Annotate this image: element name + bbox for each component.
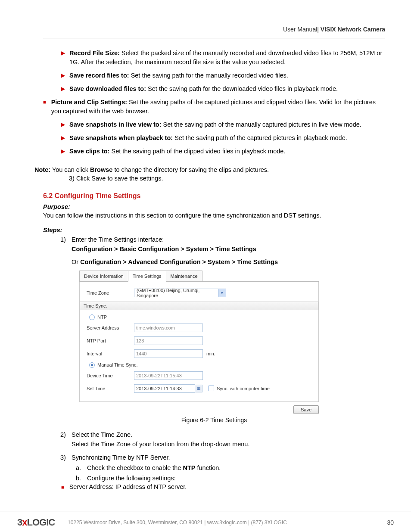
section-title: 6.2 Configuring Time Settings bbox=[43, 192, 385, 200]
server-address-label: Server Address bbox=[87, 325, 134, 330]
bullet-snapshots-liveview: ▶ Save snapshots in live view to: Set th… bbox=[61, 120, 385, 129]
config-path-1: Configuration > Basic Configuration > Sy… bbox=[72, 246, 256, 252]
steps-label: Steps: bbox=[43, 227, 385, 233]
triangle-icon: ▶ bbox=[61, 50, 65, 67]
set-time-input[interactable]: 2013-09-22T11:14:33 bbox=[134, 384, 195, 393]
ntp-port-input[interactable]: 123 bbox=[134, 336, 203, 345]
purpose-text: You can follow the instructions in this … bbox=[43, 211, 385, 220]
bullet-save-record-files: ▶ Save record files to: Set the saving p… bbox=[61, 71, 385, 80]
step-3a: a. Check the checkbox to enable the NTP … bbox=[76, 464, 385, 471]
device-time-label: Device Time bbox=[87, 373, 134, 378]
set-time-label: Set Time bbox=[87, 386, 134, 391]
bullet-record-file-size: ▶ Record File Size: Select the packed si… bbox=[61, 49, 385, 67]
figure-caption: Figure 6-2 Time Settings bbox=[43, 417, 385, 423]
config-path-2: Or Configuration > Advanced Configuratio… bbox=[72, 258, 385, 265]
step-3b: b. Configure the following settings: bbox=[76, 475, 385, 482]
header-right: VISIX Network Camera bbox=[321, 26, 385, 33]
step-2: 2) Select the Time Zone. Select the Time… bbox=[60, 430, 385, 449]
interval-label: Interval bbox=[87, 351, 134, 356]
page-header: User Manual| VISIX Network Camera bbox=[43, 17, 385, 38]
sync-computer-checkbox[interactable] bbox=[209, 386, 214, 391]
tab-time-settings[interactable]: Time Settings bbox=[128, 271, 166, 282]
bullet-server-address: ■ Server Address: IP address of NTP serv… bbox=[61, 483, 385, 490]
save-button[interactable]: Save bbox=[293, 405, 319, 414]
interval-input[interactable]: 1440 bbox=[134, 349, 203, 358]
calendar-icon[interactable]: ▦ bbox=[195, 385, 202, 392]
tab-maintenance[interactable]: Maintenance bbox=[166, 271, 202, 282]
sync-computer-label: Sync. with computer time bbox=[217, 386, 270, 391]
bullet-save-clips: ▶ Save clips to: Set the saving path of … bbox=[61, 147, 385, 156]
radio-ntp[interactable]: NTP bbox=[89, 314, 311, 320]
bullet-save-downloaded-files: ▶ Save downloaded files to: Set the savi… bbox=[61, 84, 385, 93]
server-address-input[interactable]: time.windows.com bbox=[134, 324, 203, 332]
step-3: 3) Synchronizing Time by NTP Server. bbox=[60, 453, 385, 463]
tab-device-information[interactable]: Device Information bbox=[79, 271, 128, 282]
bullet-snapshots-playback: ▶ Save snapshots when playback to: Set t… bbox=[61, 134, 385, 143]
triangle-icon: ▶ bbox=[61, 85, 65, 93]
device-time-input[interactable]: 2013-09-22T11:15:43 bbox=[134, 371, 203, 380]
header-left: User Manual bbox=[283, 26, 317, 33]
triangle-icon: ▶ bbox=[61, 72, 65, 80]
bullet-picture-clip-settings: ■ Picture and Clip Settings: Set the sav… bbox=[43, 98, 385, 116]
square-icon: ■ bbox=[43, 99, 46, 116]
figure-time-settings: Device Information Time Settings Mainten… bbox=[79, 271, 319, 414]
step-1: 1) Enter the Time Settings interface: Co… bbox=[60, 235, 385, 254]
square-icon: ■ bbox=[61, 485, 64, 490]
purpose-label: Purpose: bbox=[43, 203, 385, 210]
group-time-sync: Time Sync. bbox=[80, 302, 318, 310]
ntp-port-label: NTP Port bbox=[87, 338, 134, 343]
chevron-down-icon: ▾ bbox=[218, 289, 226, 297]
step-save-settings: 3) Click Save to save the settings. bbox=[69, 175, 385, 182]
note-line: Note: You can click Browse to change the… bbox=[34, 166, 385, 173]
timezone-select[interactable]: (GMT+08:00) Beijing, Urumqi, Singapore ▾ bbox=[134, 289, 226, 297]
radio-manual-sync[interactable]: Manual Time Sync. bbox=[89, 362, 311, 368]
interval-unit: min. bbox=[206, 351, 215, 356]
triangle-icon: ▶ bbox=[61, 134, 65, 143]
timezone-label: Time Zone bbox=[87, 290, 134, 296]
triangle-icon: ▶ bbox=[61, 121, 65, 129]
triangle-icon: ▶ bbox=[61, 148, 65, 156]
